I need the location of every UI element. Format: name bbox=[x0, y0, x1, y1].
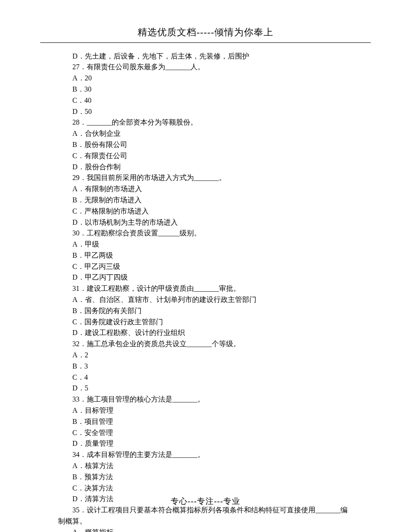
text-line: 32．施工总承包企业的资质总共设立_______个等级。 bbox=[58, 339, 357, 350]
text-line: C．有限责任公司 bbox=[58, 151, 357, 162]
text-line: D．先土建，后设备，先地下，后主体，先装修，后围护 bbox=[58, 51, 357, 62]
text-line: A．2 bbox=[58, 350, 357, 361]
text-line: B．3 bbox=[58, 361, 357, 372]
header-underline bbox=[40, 42, 371, 43]
text-line: 30．工程勘察综合资质设置______级别。 bbox=[58, 228, 357, 239]
text-line: B．30 bbox=[58, 84, 357, 95]
text-line: D．甲乙丙丁四级 bbox=[58, 272, 357, 283]
text-line: C．甲乙丙三级 bbox=[58, 261, 357, 272]
text-line: C．4 bbox=[58, 372, 357, 383]
text-line: 28．_______的全部资本分为等额股份。 bbox=[58, 117, 357, 128]
text-line: A．甲级 bbox=[58, 239, 357, 250]
text-line: D．5 bbox=[58, 383, 357, 394]
text-line: C．国务院建设行政主管部门 bbox=[58, 317, 357, 328]
text-line: A．有限制的市场进入 bbox=[58, 184, 357, 195]
text-line: 31．建设工程勘察，设计的甲级资质由_______审批。 bbox=[58, 283, 357, 294]
text-line: 制概算。 bbox=[58, 516, 357, 527]
text-line: C．安全管理 bbox=[58, 427, 357, 439]
text-line: A．20 bbox=[58, 73, 357, 84]
text-line: A．省、自治区、直辖市、计划单列市的建设行政主管部门 bbox=[58, 294, 357, 306]
text-line: D．股份合作制 bbox=[58, 162, 357, 173]
text-line: B．无限制的市场进入 bbox=[58, 195, 357, 206]
text-line: A．合伙制企业 bbox=[58, 128, 357, 139]
text-line: A．概算指标 bbox=[58, 527, 357, 532]
text-line: B．国务院的有关部门 bbox=[58, 306, 357, 317]
text-line: C．决算方法 bbox=[58, 483, 357, 494]
text-line: B．甲乙两级 bbox=[58, 250, 357, 261]
text-line: A．核算方法 bbox=[58, 461, 357, 472]
text-line: B．项目管理 bbox=[58, 416, 357, 427]
text-line: D．建设工程勘察、设计的行业组织 bbox=[58, 327, 357, 339]
page-footer: 专心---专注---专业 bbox=[0, 495, 411, 508]
text-line: 29．我国目前所采用的市场进入方式为_______。 bbox=[58, 172, 357, 184]
text-line: 34．成本目标管理的主要方法是_______。 bbox=[58, 449, 357, 461]
text-line: B．预算方法 bbox=[58, 472, 357, 483]
page-header: 精选优质文档-----倾情为你奉上 bbox=[0, 0, 411, 42]
text-line: D．以市场机制为主导的市场进入 bbox=[58, 217, 357, 228]
text-line: C．严格限制的市场进入 bbox=[58, 206, 357, 217]
text-line: D．50 bbox=[58, 106, 357, 117]
text-line: B．股份有限公司 bbox=[58, 139, 357, 151]
document-content: D．先土建，后设备，先地下，后主体，先装修，后围护27．有限责任公司股东最多为_… bbox=[54, 51, 357, 532]
text-line: C．40 bbox=[58, 95, 357, 106]
text-line: 33．施工项目管理的核心方法是_______。 bbox=[58, 394, 357, 405]
text-line: A．目标管理 bbox=[58, 405, 357, 416]
text-line: 27．有限责任公司股东最多为_______人。 bbox=[58, 62, 357, 73]
text-line: D．质量管理 bbox=[58, 438, 357, 449]
